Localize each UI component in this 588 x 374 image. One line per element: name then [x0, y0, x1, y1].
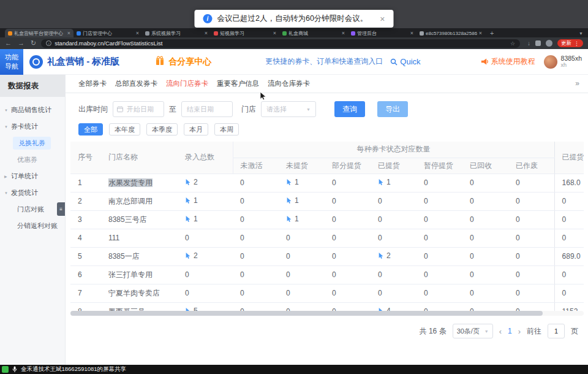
- count-link-icon[interactable]: [286, 197, 292, 204]
- count-link-icon[interactable]: [185, 253, 191, 259]
- count-link-icon[interactable]: [286, 179, 292, 186]
- download-icon[interactable]: ↓: [527, 40, 530, 47]
- browser-tab[interactable]: 系统视频学习×: [142, 29, 211, 37]
- sidebar-item[interactable]: 分销返利对账: [0, 218, 65, 234]
- sidebar-item[interactable]: 优惠券: [0, 151, 65, 168]
- count-link-icon[interactable]: [378, 253, 384, 259]
- count-value[interactable]: 1: [194, 215, 198, 223]
- count-link-icon[interactable]: [378, 179, 384, 186]
- count-cell-content: 0: [424, 270, 428, 279]
- count-value[interactable]: 1: [386, 178, 391, 186]
- count-value[interactable]: 4: [386, 307, 391, 311]
- count-link-icon[interactable]: [185, 197, 191, 204]
- microphone-icon[interactable]: [12, 366, 17, 373]
- browser-tab[interactable]: 礼盒商城×: [279, 29, 348, 37]
- sidebar-item[interactable]: 门店对账: [0, 201, 65, 218]
- scrollbar-thumb[interactable]: [70, 311, 543, 316]
- tab-close-icon[interactable]: ×: [205, 31, 208, 36]
- store-name[interactable]: 8385一店: [108, 252, 140, 261]
- sidebar-item[interactable]: ▶订单统计: [0, 168, 65, 185]
- profile-avatar-icon[interactable]: [546, 40, 552, 47]
- browser-tab[interactable]: 礼盒营销平台管理中心×: [5, 29, 74, 37]
- browser-tab[interactable]: 管理后台×: [348, 29, 417, 37]
- url-bar[interactable]: i standard.maboy.cn/CardFlowStatisticsLi…: [41, 39, 520, 48]
- browser-tab[interactable]: 门店管理中心×: [74, 29, 142, 37]
- store-select[interactable]: 请选择 ▼: [261, 101, 316, 117]
- page-tab[interactable]: 全部券卡: [78, 79, 107, 88]
- new-tab-button[interactable]: +: [490, 29, 494, 37]
- tab-search-icon[interactable]: ▼: [579, 31, 583, 36]
- store-name[interactable]: 宁夏羊肉专卖店: [108, 289, 160, 297]
- quick-filter-pill[interactable]: 本年度: [109, 123, 140, 135]
- sidebar-item[interactable]: ▼商品销售统计: [0, 102, 65, 118]
- quick-filter-pill[interactable]: 本周: [214, 123, 239, 135]
- prev-page-icon[interactable]: ‹: [499, 327, 502, 336]
- count-value[interactable]: 2: [194, 251, 198, 260]
- quick-filter-pill[interactable]: 本季度: [146, 123, 178, 135]
- count-cell-content: 0: [240, 178, 244, 187]
- user-box[interactable]: 8385xh xh: [544, 55, 582, 68]
- count-link-icon[interactable]: [185, 179, 191, 186]
- gift-icon: [155, 56, 165, 68]
- tab-close-icon[interactable]: ×: [136, 31, 139, 36]
- update-button[interactable]: 更新 ⋮: [557, 39, 583, 47]
- count-value[interactable]: 1: [295, 178, 299, 186]
- store-name[interactable]: 南京总部调用: [108, 197, 153, 205]
- count-cell-content: 0: [470, 252, 474, 261]
- tab-close-icon[interactable]: ×: [410, 31, 413, 36]
- page-size-select[interactable]: 30条/页 ▼: [453, 324, 493, 338]
- search-button[interactable]: 查询: [334, 101, 365, 117]
- tutorial-link[interactable]: 系统使用教程: [480, 56, 535, 67]
- count-value: 0: [332, 197, 336, 205]
- count-value[interactable]: 1: [295, 196, 299, 205]
- export-button[interactable]: 导出: [377, 101, 408, 117]
- nav-toggle-button[interactable]: 功能 导航: [0, 49, 23, 75]
- store-name[interactable]: 8385三号店: [108, 215, 147, 224]
- count-value[interactable]: 1: [194, 196, 198, 205]
- tab-close-icon[interactable]: ×: [479, 31, 482, 36]
- forward-icon[interactable]: →: [18, 40, 24, 47]
- page-tab[interactable]: 流向仓库券卡: [268, 79, 310, 88]
- share-center-link[interactable]: 合分享中心: [155, 56, 211, 68]
- browser-tab[interactable]: 短视频学习×: [211, 29, 279, 37]
- goto-suffix-label: 页: [571, 326, 578, 337]
- reload-icon[interactable]: ↻: [31, 40, 36, 47]
- count-value[interactable]: 1: [295, 215, 299, 223]
- status-count-cell: 0: [508, 210, 554, 229]
- count-value[interactable]: 2: [194, 178, 198, 186]
- current-page[interactable]: 1: [508, 327, 512, 335]
- site-info-icon[interactable]: i: [46, 40, 51, 46]
- sidebar-item[interactable]: ▼发货统计: [0, 185, 65, 201]
- toast-close-icon[interactable]: ×: [380, 14, 385, 24]
- extensions-icon[interactable]: [535, 40, 541, 46]
- back-icon[interactable]: ←: [5, 40, 12, 47]
- sidebar-item[interactable]: ▼券卡统计: [0, 118, 65, 135]
- sidebar-item[interactable]: 兑换礼券: [0, 135, 65, 151]
- tab-close-icon[interactable]: ×: [67, 31, 70, 36]
- next-page-icon[interactable]: ›: [518, 327, 521, 336]
- count-value[interactable]: 2: [386, 251, 391, 260]
- store-name[interactable]: 水果发货专用: [108, 178, 153, 187]
- quick-search[interactable]: Quick: [390, 57, 420, 66]
- store-name[interactable]: 张三打单专用: [108, 270, 153, 279]
- quick-filter-pill[interactable]: 全部: [78, 123, 103, 135]
- browser-menu-icon[interactable]: ⋮: [574, 40, 579, 47]
- bookmark-star-icon[interactable]: ☆: [510, 40, 515, 47]
- chevron-down-icon: ▼: [4, 109, 8, 112]
- tab-close-icon[interactable]: ×: [342, 31, 345, 36]
- collapse-panel-button[interactable]: »: [575, 79, 578, 88]
- count-link-icon[interactable]: [185, 216, 191, 223]
- horizontal-scrollbar[interactable]: [70, 311, 584, 316]
- page-tab[interactable]: 总部直发券卡: [115, 79, 157, 88]
- end-date-input[interactable]: [181, 101, 233, 117]
- sidebar-collapse-handle[interactable]: ≡: [57, 202, 65, 216]
- store-name[interactable]: 111: [108, 234, 119, 242]
- goto-page-input[interactable]: [548, 324, 565, 338]
- quick-filter-pill[interactable]: 本月: [184, 123, 208, 135]
- page-tab[interactable]: 流向门店券卡: [166, 79, 208, 88]
- page-tab[interactable]: 重要客户信息: [217, 79, 259, 88]
- browser-tab[interactable]: e8c573980b1328a2586d2e6i×: [417, 29, 485, 37]
- tab-close-icon[interactable]: ×: [273, 31, 276, 36]
- count-value[interactable]: 5: [194, 307, 198, 311]
- count-link-icon[interactable]: [286, 216, 292, 223]
